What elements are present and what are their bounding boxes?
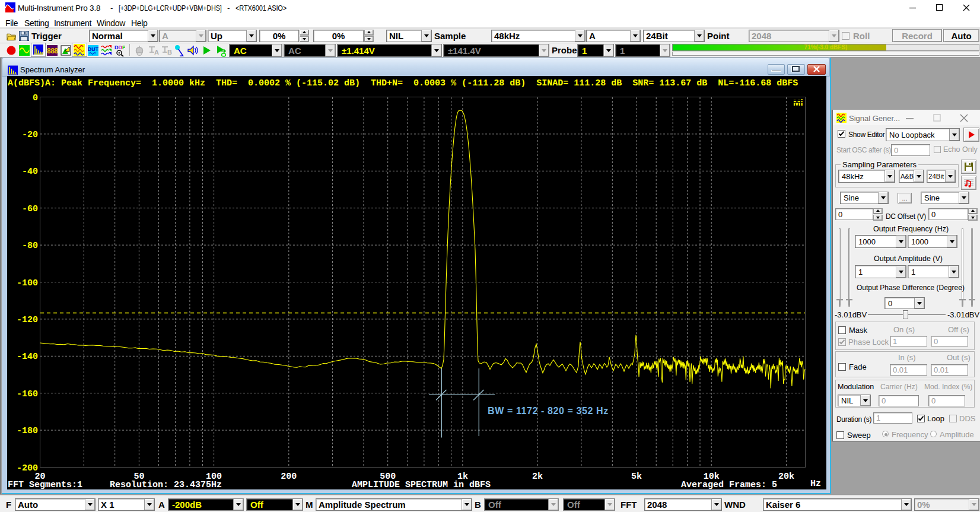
svg-text:B: B bbox=[167, 49, 172, 56]
svg-text:-160: -160 bbox=[17, 389, 38, 399]
svg-text:200: 200 bbox=[281, 472, 297, 482]
svg-text:-100: -100 bbox=[17, 278, 38, 288]
svg-text:20k: 20k bbox=[778, 472, 794, 482]
svg-text:Averaged Frames: 5: Averaged Frames: 5 bbox=[681, 480, 777, 489]
svg-text:-180: -180 bbox=[17, 426, 38, 436]
svg-text:Hz: Hz bbox=[810, 479, 821, 489]
svg-text:888: 888 bbox=[47, 47, 58, 56]
svg-text:-60: -60 bbox=[22, 204, 38, 214]
svg-text:-80: -80 bbox=[22, 241, 38, 251]
svg-text:5k: 5k bbox=[631, 472, 642, 482]
svg-text:Resolution: 23.4375Hz: Resolution: 23.4375Hz bbox=[110, 480, 222, 489]
svg-text:-120: -120 bbox=[17, 315, 38, 325]
svg-text:DDP: DDP bbox=[114, 44, 125, 50]
svg-text:2k: 2k bbox=[532, 472, 543, 482]
svg-text:A: A bbox=[154, 49, 159, 56]
svg-text:BW = 1172 - 820 = 352 Hz: BW = 1172 - 820 = 352 Hz bbox=[488, 406, 609, 416]
svg-text:AMPLITUDE SPECTRUM in dBFS: AMPLITUDE SPECTRUM in dBFS bbox=[352, 480, 491, 489]
svg-text:DUT: DUT bbox=[88, 46, 98, 52]
svg-text:-20: -20 bbox=[22, 130, 38, 140]
svg-text:-140: -140 bbox=[17, 352, 38, 362]
svg-text:0: 0 bbox=[33, 93, 38, 103]
svg-text:-40: -40 bbox=[22, 167, 38, 177]
svg-text:FFT Segments:1: FFT Segments:1 bbox=[8, 480, 82, 489]
